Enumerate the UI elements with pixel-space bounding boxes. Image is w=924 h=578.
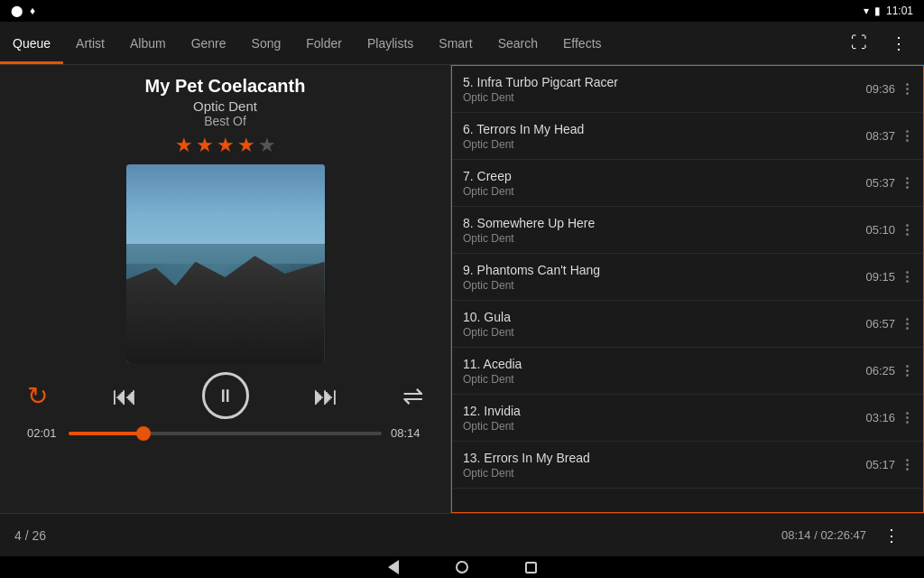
tab-album[interactable]: Album <box>117 22 179 64</box>
track-more-button[interactable] <box>902 177 912 189</box>
song-artist: Optic Dent <box>193 98 257 114</box>
track-row-11[interactable]: 11. Acedia Optic Dent 06:25 <box>452 348 923 395</box>
track-duration: 03:16 <box>865 411 895 424</box>
pause-button[interactable]: ⏸ <box>202 372 249 419</box>
track-artist: Optic Dent <box>463 326 865 339</box>
track-artist: Optic Dent <box>463 138 865 151</box>
current-time: 02:01 <box>27 426 60 440</box>
star-3[interactable]: ★ <box>217 134 235 157</box>
recents-button[interactable] <box>523 560 538 574</box>
track-title: 8. Somewhere Up Here <box>463 216 865 230</box>
track-artist: Optic Dent <box>463 232 865 245</box>
next-button[interactable]: ⏭ <box>313 381 338 411</box>
track-info: 6. Terrors In My Head Optic Dent <box>463 122 865 151</box>
progress-area: 02:01 08:14 <box>18 426 432 440</box>
track-row-6[interactable]: 6. Terrors In My Head Optic Dent 08:37 <box>452 113 923 160</box>
total-time-display: 08:14 / 02:26:47 <box>781 528 866 542</box>
track-info: 8. Somewhere Up Here Optic Dent <box>463 216 865 245</box>
track-more-button[interactable] <box>902 271 912 283</box>
app-icon-2: ♦ <box>30 5 35 17</box>
bottom-overflow-button[interactable]: ⋮ <box>873 517 910 554</box>
tab-queue[interactable]: Queue <box>0 22 63 64</box>
track-more-button[interactable] <box>902 130 912 142</box>
track-info: 9. Phantoms Can't Hang Optic Dent <box>463 263 865 292</box>
track-row-10[interactable]: 10. Gula Optic Dent 06:57 <box>452 301 923 348</box>
queue-position: 4 / 26 <box>14 528 46 543</box>
track-info: 10. Gula Optic Dent <box>463 310 865 339</box>
total-time: 08:14 <box>391 426 423 440</box>
track-title: 11. Acedia <box>463 357 865 371</box>
tab-artist[interactable]: Artist <box>63 22 117 64</box>
track-more-button[interactable] <box>902 412 912 424</box>
star-4[interactable]: ★ <box>237 134 255 157</box>
track-title: 13. Errors In My Bread <box>463 451 865 465</box>
fullscreen-button[interactable]: ⛶ <box>841 25 877 61</box>
track-row-8[interactable]: 8. Somewhere Up Here Optic Dent 05:10 <box>452 207 923 254</box>
track-row-7[interactable]: 7. Creep Optic Dent 05:37 <box>452 160 923 207</box>
track-more-button[interactable] <box>902 365 912 377</box>
star-2[interactable]: ★ <box>196 134 214 157</box>
track-duration: 06:57 <box>865 317 895 331</box>
progress-bar[interactable] <box>69 432 382 435</box>
tab-effects[interactable]: Effects <box>550 22 614 64</box>
track-info: 5. Infra Turbo Pigcart Racer Optic Dent <box>463 75 865 104</box>
tab-genre[interactable]: Genre <box>179 22 239 64</box>
back-button[interactable] <box>386 560 401 574</box>
star-1[interactable]: ★ <box>175 134 193 157</box>
track-more-button[interactable] <box>902 83 912 95</box>
bottom-right: 08:14 / 02:26:47 ⋮ <box>781 517 910 554</box>
song-title: My Pet Coelacanth <box>145 76 306 97</box>
app-icon-1: ⬤ <box>11 5 23 17</box>
track-artist: Optic Dent <box>463 467 865 480</box>
rating-stars[interactable]: ★ ★ ★ ★ ★ <box>175 134 276 157</box>
track-title: 12. Invidia <box>463 404 865 418</box>
track-row-5[interactable]: 5. Infra Turbo Pigcart Racer Optic Dent … <box>452 66 923 113</box>
status-right: ▾ ▮ 11:01 <box>864 5 913 17</box>
track-more-button[interactable] <box>902 459 912 471</box>
track-list: 5. Infra Turbo Pigcart Racer Optic Dent … <box>451 65 924 513</box>
android-nav <box>0 556 924 578</box>
status-bar: ⬤ ♦ ▾ ▮ 11:01 <box>0 0 924 22</box>
bottom-bar: 4 / 26 08:14 / 02:26:47 ⋮ <box>0 513 924 556</box>
tab-search[interactable]: Search <box>485 22 550 64</box>
track-title: 10. Gula <box>463 310 865 324</box>
repeat-button[interactable]: ↻ <box>27 381 48 411</box>
player-panel: My Pet Coelacanth Optic Dent Best Of ★ ★… <box>0 65 451 513</box>
track-duration: 08:37 <box>865 129 895 143</box>
track-row-9[interactable]: 9. Phantoms Can't Hang Optic Dent 09:15 <box>452 254 923 301</box>
track-more-button[interactable] <box>902 318 912 330</box>
tab-playlists[interactable]: Playlists <box>355 22 426 64</box>
album-art <box>126 164 325 363</box>
tab-smart[interactable]: Smart <box>426 22 485 64</box>
track-title: 7. Creep <box>463 169 865 183</box>
track-artist: Optic Dent <box>463 373 865 386</box>
progress-fill <box>69 432 143 435</box>
track-title: 9. Phantoms Can't Hang <box>463 263 865 277</box>
track-title: 5. Infra Turbo Pigcart Racer <box>463 75 865 89</box>
wifi-icon: ▾ <box>864 5 869 17</box>
tab-song[interactable]: Song <box>239 22 294 64</box>
track-info: 7. Creep Optic Dent <box>463 169 865 198</box>
star-5[interactable]: ★ <box>258 134 276 157</box>
home-button[interactable] <box>455 560 469 574</box>
track-info: 11. Acedia Optic Dent <box>463 357 865 386</box>
nav-tabs: Queue Artist Album Genre Song Folder Pla… <box>0 22 924 65</box>
track-row-12[interactable]: 12. Invidia Optic Dent 03:16 <box>452 395 923 442</box>
tab-folder[interactable]: Folder <box>293 22 355 64</box>
nav-actions: ⛶ ⋮ <box>841 22 924 64</box>
track-row-13[interactable]: 13. Errors In My Bread Optic Dent 05:17 <box>452 442 923 489</box>
track-duration: 05:10 <box>865 223 895 237</box>
track-artist: Optic Dent <box>463 420 865 433</box>
track-artist: Optic Dent <box>463 91 865 104</box>
track-info: 12. Invidia Optic Dent <box>463 404 865 433</box>
shuffle-button[interactable]: ⇌ <box>402 381 423 411</box>
status-left: ⬤ ♦ <box>11 5 35 17</box>
track-more-button[interactable] <box>902 224 912 236</box>
prev-button[interactable]: ⏮ <box>112 381 137 411</box>
main-content: My Pet Coelacanth Optic Dent Best Of ★ ★… <box>0 65 924 513</box>
track-duration: 09:15 <box>865 270 895 284</box>
overflow-menu-button[interactable]: ⋮ <box>881 25 917 61</box>
track-duration: 05:17 <box>865 458 895 471</box>
clock: 11:01 <box>886 5 913 17</box>
progress-thumb[interactable] <box>136 426 151 441</box>
